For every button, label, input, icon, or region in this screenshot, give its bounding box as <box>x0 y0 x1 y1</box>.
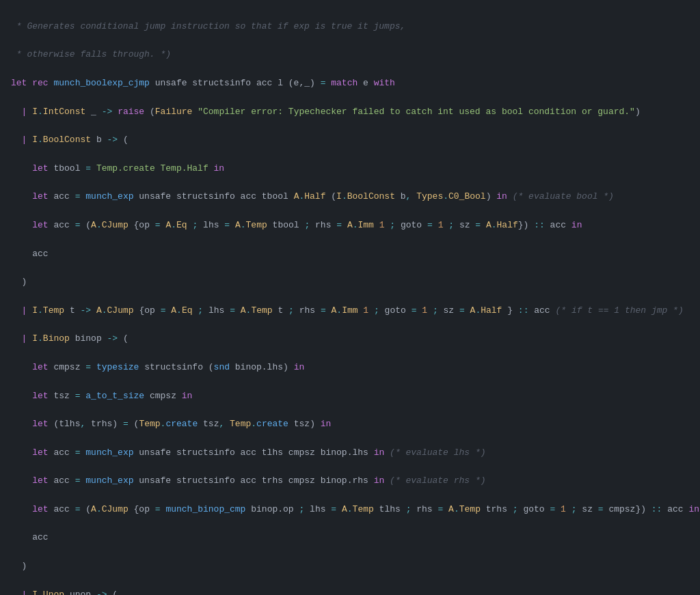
code-line: * Generates conditional jump instruction… <box>0 20 700 34</box>
code-line: let acc = (A.CJump {op = A.Eq ; lhs = A.… <box>0 219 700 233</box>
code-line: | I.Unop unop -> ( <box>0 588 700 595</box>
code-line: ) <box>0 275 700 290</box>
code-line: let cmpsz = typesize structsinfo (snd bi… <box>0 361 700 375</box>
code-editor: * Generates conditional jump instruction… <box>0 0 700 595</box>
code-line: | I.Binop binop -> ( <box>0 332 700 346</box>
code-line: acc <box>0 531 700 545</box>
code-line: | I.IntConst _ -> raise (Failure "Compil… <box>0 105 700 120</box>
code-line: | I.BoolConst b -> ( <box>0 133 700 148</box>
code-line: let (tlhs, trhs) = (Temp.create tsz, Tem… <box>0 417 700 432</box>
code-line: let acc = munch_exp unsafe structsinfo a… <box>0 474 700 488</box>
code-line: * otherwise falls through. *) <box>0 48 700 62</box>
code-line: let rec munch_boolexp_cjmp unsafe struct… <box>0 77 700 91</box>
code-line: ) <box>0 559 700 574</box>
code-line: let tsz = a_to_t_size cmpsz in <box>0 389 700 404</box>
code-line: let acc = munch_exp unsafe structsinfo a… <box>0 446 700 460</box>
code-line: let acc = (A.CJump {op = munch_binop_cmp… <box>0 503 700 517</box>
code-line: acc <box>0 247 700 262</box>
code-line: | I.Temp t -> A.CJump {op = A.Eq ; lhs =… <box>0 304 700 318</box>
code-line: let tbool = Temp.create Temp.Half in <box>0 162 700 176</box>
code-line: let acc = munch_exp unsafe structsinfo a… <box>0 190 700 204</box>
